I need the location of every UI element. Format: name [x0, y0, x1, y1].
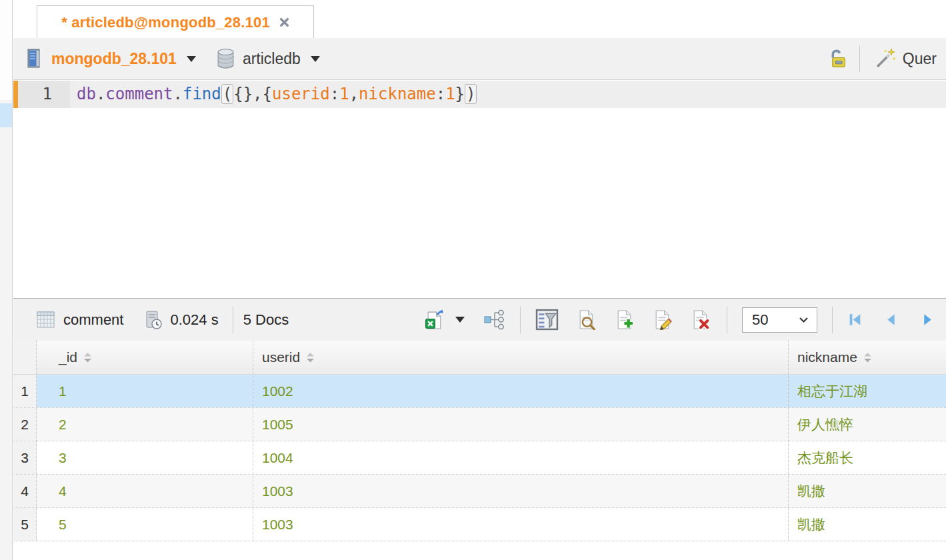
cell-userid[interactable]: 1002 [253, 375, 789, 407]
export-excel-button[interactable] [417, 304, 451, 336]
cell-id[interactable]: 2 [37, 408, 253, 441]
column-header-id[interactable]: _id [37, 341, 253, 374]
tree-view-button[interactable] [477, 304, 512, 336]
chevron-down-icon [311, 56, 320, 62]
next-page-button[interactable] [919, 312, 935, 327]
header-row-number [13, 341, 37, 374]
delete-document-button[interactable] [683, 304, 717, 336]
query-builder-label: Quer [903, 50, 937, 68]
query-code-line: db.comment.find({},{userid:1,nickname:1}… [77, 81, 477, 108]
chevron-down-icon [455, 317, 465, 323]
view-document-button[interactable] [569, 304, 603, 336]
table-row[interactable]: 4 4 1003 凯撒 [13, 475, 946, 508]
server-selector[interactable]: mongodb_28.101 [24, 48, 196, 69]
cell-nickname[interactable]: 凯撒 [789, 508, 946, 541]
page-size-value: 50 [752, 311, 768, 329]
left-panel-strip-top [0, 0, 12, 100]
table-row[interactable]: 3 3 1004 杰克船长 [13, 441, 946, 475]
cell-id[interactable]: 1 [37, 375, 253, 407]
grid-header-row: _id userid nickname [13, 341, 946, 375]
sort-icon[interactable] [863, 352, 872, 363]
previous-page-button[interactable] [883, 312, 899, 327]
chevron-down-icon [799, 317, 809, 323]
results-divider [727, 307, 727, 333]
table-row[interactable]: 5 5 1003 凯撒 [13, 508, 946, 541]
export-options-dropdown[interactable] [451, 304, 469, 336]
edit-document-button[interactable] [645, 304, 679, 336]
collection-grid-icon [37, 311, 55, 328]
table-row[interactable]: 1 1 1002 相忘于江湖 [13, 375, 946, 408]
query-tab-window: * articledb@mongodb_28.101 mongodb_28.10… [0, 0, 946, 560]
filter-grid-view-button[interactable] [529, 304, 565, 336]
row-number: 5 [13, 508, 37, 541]
results-divider [233, 307, 233, 333]
cell-userid[interactable]: 1005 [253, 408, 789, 441]
results-toolbar: comment 0.024 s 5 Docs [13, 299, 946, 341]
tab-articledb[interactable]: * articledb@mongodb_28.101 [37, 5, 314, 39]
results-grid: _id userid nickname 1 1 1002 [13, 341, 946, 541]
results-divider [520, 307, 521, 333]
cell-nickname[interactable]: 凯撒 [789, 475, 946, 507]
add-document-button[interactable] [607, 304, 641, 336]
cell-id[interactable]: 3 [37, 441, 253, 474]
execution-time-icon [144, 310, 163, 330]
server-name-label: mongodb_28.101 [51, 50, 177, 68]
row-number: 4 [13, 475, 37, 507]
query-builder-button[interactable]: Quer [865, 42, 946, 75]
doc-count: 5 Docs [243, 311, 289, 329]
collection-name: comment [63, 311, 123, 329]
page-size-select[interactable]: 50 [742, 307, 817, 333]
results-divider [832, 307, 833, 333]
tab-title: * articledb@mongodb_28.101 [61, 14, 270, 31]
toolbar-divider [859, 45, 860, 72]
row-number: 2 [13, 408, 37, 441]
first-page-button[interactable] [847, 312, 863, 327]
query-editor[interactable]: 1 db.comment.find({},{userid:1,nickname:… [13, 80, 946, 298]
row-number: 3 [13, 441, 37, 474]
cell-userid[interactable]: 1003 [253, 508, 789, 541]
database-name-label: articledb [243, 50, 301, 68]
cell-nickname[interactable]: 伊人憔悴 [789, 408, 946, 441]
column-header-nickname[interactable]: nickname [789, 341, 946, 374]
close-icon[interactable] [279, 17, 289, 27]
lock-open-icon [829, 49, 847, 69]
cell-id[interactable]: 4 [37, 475, 253, 507]
tab-bar: * articledb@mongodb_28.101 [13, 0, 946, 38]
database-selector[interactable]: articledb [216, 49, 320, 69]
cell-userid[interactable]: 1004 [253, 441, 789, 474]
chevron-down-icon [187, 56, 196, 62]
server-icon [24, 48, 44, 69]
execution-time: 0.024 s [170, 311, 218, 329]
column-header-userid[interactable]: userid [253, 341, 789, 374]
connection-toolbar: mongodb_28.101 articledb [13, 38, 946, 80]
table-row[interactable]: 2 2 1005 伊人憔悴 [13, 408, 946, 441]
left-panel-strip [0, 0, 13, 560]
line-number: 1 [13, 81, 52, 108]
sort-icon[interactable] [83, 352, 92, 363]
lock-button[interactable] [822, 43, 854, 75]
cell-nickname[interactable]: 相忘于江湖 [789, 375, 946, 407]
cell-id[interactable]: 5 [37, 508, 253, 541]
cell-nickname[interactable]: 杰克船长 [789, 441, 946, 474]
magic-wand-icon [875, 48, 896, 69]
cell-userid[interactable]: 1003 [253, 475, 789, 507]
database-icon [216, 49, 235, 69]
row-number: 1 [13, 375, 37, 407]
sort-icon[interactable] [306, 352, 315, 363]
scrollbar-thumb[interactable] [0, 103, 12, 127]
editor-current-line: 1 db.comment.find({},{userid:1,nickname:… [13, 81, 946, 108]
